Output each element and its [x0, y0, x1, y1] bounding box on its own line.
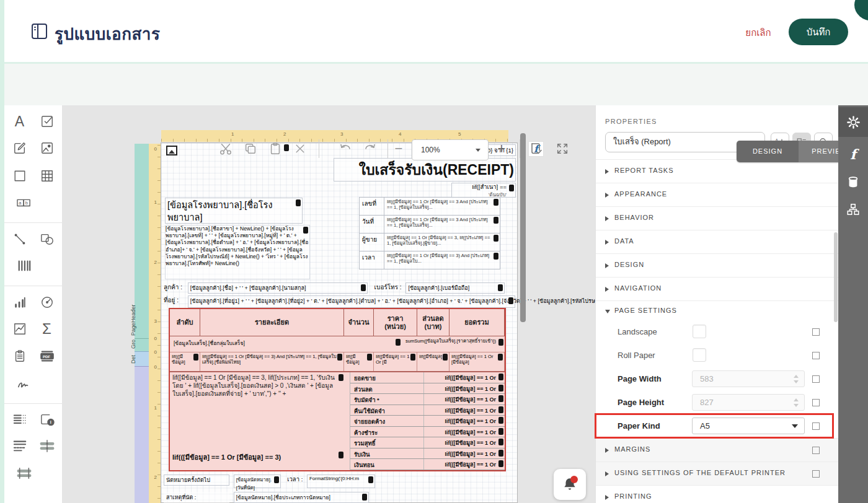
fullscreen-icon[interactable] [554, 141, 570, 157]
section-data[interactable]: DATA [596, 230, 839, 253]
property-lock-checkbox[interactable] [812, 470, 820, 478]
zoom-out-icon[interactable]: − [391, 141, 407, 157]
section-margins[interactable]: MARGINS [596, 438, 839, 461]
items-detail-cell[interactable]: Iif(([มีข้อมูล] == 1 Or [มีข้อมูล] == 3)… [200, 352, 344, 371]
delete-icon[interactable] [292, 141, 308, 157]
selected-table-block[interactable]: ลำดับรายละเอียดจำนวนราคา (หน่วย)ส่วนลด (… [169, 308, 506, 471]
band-group[interactable]: Gro [135, 338, 149, 351]
hospital-name-field[interactable]: [ข้อมูลโรงพยาบาล].[ชื่อโรงพยาบาล] [165, 198, 303, 224]
line-tool-icon[interactable] [12, 231, 28, 247]
section-printing[interactable]: PRINTING [596, 485, 839, 503]
copy-flag-field[interactable]: Iif([สำเนา] == 'ต้นฉบับ' [451, 183, 516, 198]
landscape-checkbox[interactable] [693, 325, 706, 338]
gauge-tool-icon[interactable] [39, 294, 55, 310]
items-detail-cell[interactable]: Iif([มีข้อมูล] [417, 352, 450, 371]
customer-address-field[interactable]: [ข้อมูลลูกค้า].[ที่อยู่1] + ' ' + [ข้อมู… [188, 295, 515, 308]
text-tool-icon[interactable]: A [12, 113, 28, 129]
totals-row[interactable]: ส่วนลดIif(([มีข้อมูล] == 1 Or [350, 383, 505, 395]
property-lock-checkbox[interactable] [812, 375, 820, 383]
cut-icon[interactable] [218, 141, 234, 157]
checkbox-tool-icon[interactable] [39, 113, 55, 129]
totals-row[interactable]: รับเงินIif(([มีข้อมูล] == 1 Or [350, 448, 505, 460]
items-group-row[interactable]: [ข้อมูลใบเสร็จ].[ชื่อกลุ่มใบเสร็จ] sumSu… [170, 336, 505, 352]
property-lock-checkbox[interactable] [812, 422, 820, 430]
appointment-date-field[interactable]: [ข้อมูลนัดหมาย].[วันที่นัด] [234, 475, 281, 488]
report-page[interactable]: หน้า {0} จาก {1} ใบเสร็จรับเงิน(RECEIPT)… [161, 142, 518, 503]
validate-report-icon[interactable] [528, 141, 544, 157]
page-height-input[interactable]: 827 [692, 394, 805, 411]
copy-icon[interactable] [242, 141, 259, 157]
paste-icon[interactable] [267, 141, 283, 157]
richtext-tool-icon[interactable] [12, 140, 28, 156]
report-explorer-rail-button[interactable] [838, 195, 868, 224]
barcode-tool-icon[interactable] [16, 258, 32, 274]
formula-sigma-tool-icon[interactable]: Σ [39, 321, 55, 337]
items-detail-cell[interactable]: Iif(([มีข้อมูล] == 1 Or [มีข้อมูล] [450, 352, 505, 371]
notification-bell-button[interactable] [554, 469, 586, 500]
table-tool-icon[interactable] [39, 168, 55, 184]
receipt-title-field[interactable]: ใบเสร็จรับเงิน(RECEIPT) [334, 158, 516, 182]
payment-method-field[interactable]: Iif([มีข้อมูล] == 1 Or [มีข้อมูล] == 3, … [170, 372, 350, 470]
reason-field[interactable]: [ข้อมูลนัดหมาย].[ชื่อประเภทการนัดหมาย] [234, 492, 369, 503]
tab-design[interactable]: DESIGN [737, 141, 799, 162]
logo-placeholder[interactable] [166, 146, 177, 155]
spinner-arrows[interactable] [794, 398, 799, 407]
doc-info-row[interactable]: เลขที่Iif(([มีข้อมูล] == 1 Or [มีข้อมูล]… [359, 197, 500, 216]
undo-icon[interactable] [337, 141, 353, 157]
totals-row[interactable]: ค้างชำระIif(([มีข้อมูล] == 1 Or [350, 427, 505, 438]
zoom-level-select[interactable]: 100% [412, 139, 489, 160]
totals-row[interactable]: รวมสุทธิ์Iif(([มีข้อมูล] == 1 Or [350, 437, 505, 448]
bar-chart-tool-icon[interactable] [12, 294, 28, 310]
property-lock-checkbox[interactable] [812, 328, 820, 336]
property-lock-checkbox[interactable] [812, 352, 820, 359]
section-navigation[interactable]: NAVIGATION [596, 277, 839, 300]
section-behavior[interactable]: BEHAVIOR [596, 206, 839, 230]
pdf-export-tool-icon[interactable]: PDF [39, 348, 55, 364]
properties-rail-button[interactable] [838, 107, 868, 137]
design-canvas[interactable]: PageHeader Gro Det 012300012 12345 หน้า … [62, 105, 595, 503]
rectangle-tool-icon[interactable] [12, 168, 28, 184]
band-detail[interactable]: Det [135, 351, 149, 366]
customer-phone-field[interactable]: [ข้อมูลลูกค้า].[เบอร์มือถือ] [405, 282, 505, 294]
image-tool-icon[interactable] [39, 140, 55, 156]
page-width-input[interactable]: 583 [692, 370, 805, 387]
properties-scrollbar[interactable] [834, 232, 838, 322]
section-page-settings[interactable]: PAGE SETTINGS [596, 300, 839, 320]
form-clipboard-tool-icon[interactable] [12, 348, 28, 364]
doc-info-table[interactable]: เลขที่Iif(([มีข้อมูล] == 1 Or [มีข้อมูล]… [359, 198, 500, 269]
shapes-tool-icon[interactable] [39, 231, 55, 247]
band-section-tool-icon[interactable] [16, 465, 32, 481]
appointment-label[interactable]: นัดหมายครั้งถัดไป [164, 475, 229, 486]
info-overlay-tool-icon[interactable]: i [39, 411, 55, 427]
sparkline-tool-icon[interactable] [12, 321, 28, 337]
section-appearance[interactable]: APPEARANCE [596, 183, 839, 206]
appointment-time-field[interactable]: FormatString('{0:HH:m [307, 475, 375, 488]
functions-rail-button[interactable]: f [838, 139, 868, 169]
band-pageheader[interactable]: PageHeader [135, 144, 149, 338]
property-lock-checkbox[interactable] [812, 447, 820, 454]
cancel-button[interactable]: ยกเลิก [737, 25, 780, 41]
paper-kind-select[interactable]: A5 [692, 418, 805, 434]
totals-row[interactable]: คืน/ใช้มัดจำIif(([มีข้อมูล] == 1 Or [350, 405, 505, 416]
section-design[interactable]: DESIGN [596, 253, 839, 277]
canvas-scrollbar[interactable] [520, 133, 526, 322]
hospital-address-field[interactable]: [ข้อมูลโรงพยาบาล].[ชื่อสาขา] + NewLine()… [165, 225, 310, 279]
doc-info-row[interactable]: ผู้ขายIif([มีข้อมูล] == 1 Or [มีข้อมูล] … [359, 233, 500, 252]
property-lock-checkbox[interactable] [812, 399, 820, 406]
roll-paper-checkbox[interactable] [693, 348, 706, 362]
doc-info-row[interactable]: วันที่Iif(([มีข้อมูล] == 1 Or [มีข้อมูล]… [359, 215, 500, 234]
items-detail-cell[interactable]: Iif([มีข้อมูล] == 1 Or [มี [374, 352, 417, 371]
spinner-arrows[interactable] [794, 375, 799, 383]
field-pair-tool-icon[interactable]: ab [16, 195, 32, 211]
signature-tool-icon[interactable] [16, 376, 32, 392]
items-detail-cell[interactable]: Iif([มีข้อมูล] [344, 352, 374, 371]
totals-row[interactable]: จ่ายยอดค้างIif(([มีข้อมูล] == 1 Or [350, 416, 505, 427]
totals-row[interactable]: เงินทอนIif(([มีข้อมูล] == 1 Or [350, 459, 505, 470]
items-detail-cell[interactable]: Iif(([มีข้อมูล] [170, 352, 200, 371]
redo-icon[interactable] [362, 141, 378, 157]
totals-row[interactable]: รับมัดจำ *Iif(([มีข้อมูล] == 1 Or [350, 394, 505, 405]
section-using-settings-of-the-default-printer[interactable]: USING SETTINGS OF THE DEFAULT PRINTER [596, 461, 839, 485]
zoom-in-icon[interactable]: + [494, 141, 510, 157]
items-detail-row[interactable]: Iif(([มีข้อมูล]Iif(([มีข้อมูล] == 1 Or [… [170, 352, 505, 372]
band-footer[interactable] [135, 366, 149, 503]
